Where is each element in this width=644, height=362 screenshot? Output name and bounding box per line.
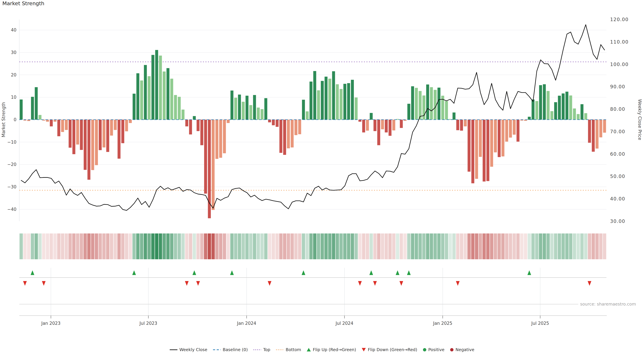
- negative-dot-icon: [450, 348, 454, 352]
- heatmap-cell: [196, 233, 200, 259]
- heatmap-cell: [490, 233, 494, 259]
- strength-bar: [336, 84, 339, 120]
- heatmap-cell: [396, 233, 399, 259]
- heatmap-cell: [298, 233, 301, 259]
- heatmap-cell: [336, 233, 339, 259]
- strength-bar: [362, 120, 365, 132]
- legend-item: Flip Up (Red→Green): [307, 347, 356, 352]
- heatmap-cell: [388, 233, 392, 259]
- left-tick-label: −30: [7, 184, 16, 189]
- strength-bar: [91, 120, 94, 170]
- strength-bar: [189, 120, 192, 134]
- heatmap-cell: [65, 233, 68, 259]
- heatmap-cell: [580, 233, 584, 259]
- strength-bar: [54, 120, 56, 122]
- heatmap-cell: [558, 233, 561, 259]
- heatmap-cell: [516, 233, 520, 259]
- strength-bar: [344, 84, 346, 120]
- legend-item: Weekly Close: [170, 347, 207, 352]
- strength-bar: [253, 95, 256, 120]
- strength-bar: [445, 101, 448, 120]
- heatmap-cell: [584, 233, 588, 259]
- strength-bar: [170, 79, 173, 120]
- x-tick-label: Jul 2023: [139, 321, 157, 326]
- heatmap-cell: [114, 233, 117, 259]
- heatmap-cell: [238, 233, 241, 259]
- strength-bar: [452, 112, 456, 120]
- left-tick-label: −40: [7, 207, 16, 212]
- heatmap-cell: [482, 233, 486, 259]
- strength-bar: [415, 88, 418, 120]
- strength-bar: [513, 120, 516, 135]
- heatmap-cell: [415, 233, 418, 259]
- flip-up-icon: [369, 270, 373, 275]
- heatmap-cell: [200, 233, 204, 259]
- heatmap-cell: [468, 233, 471, 259]
- strength-bar: [456, 120, 459, 130]
- strength-bar: [554, 102, 557, 120]
- strength-bar: [276, 120, 279, 127]
- legend-item-label: Flip Down (Green→Red): [368, 347, 417, 352]
- strength-bar: [31, 97, 34, 120]
- strength-bar: [178, 97, 181, 120]
- heatmap-cell: [290, 233, 294, 259]
- strength-bar: [88, 120, 90, 180]
- strength-bar: [46, 120, 49, 122]
- strength-bar: [298, 120, 301, 134]
- strength-bar: [264, 98, 267, 120]
- strength-bar: [268, 120, 271, 122]
- heatmap-cell: [509, 233, 512, 259]
- heatmap-cell: [501, 233, 505, 259]
- strength-bar: [355, 97, 358, 120]
- strength-bar: [61, 120, 64, 132]
- strength-bar: [438, 88, 440, 120]
- left-tick-label: −20: [7, 162, 16, 167]
- strength-bar: [460, 120, 463, 131]
- heatmap-cell: [445, 233, 448, 259]
- legend-item: Top: [254, 347, 270, 352]
- right-axis-title: Weekly Close Price: [637, 99, 642, 140]
- heatmap-cell: [283, 233, 286, 259]
- strength-bar: [472, 120, 474, 183]
- strength-bar: [426, 84, 429, 120]
- strength-bar: [374, 120, 376, 131]
- heatmap-cell: [403, 233, 407, 259]
- strength-bar: [366, 120, 369, 131]
- legend-item: Bottom: [276, 347, 301, 352]
- heatmap-cell: [309, 233, 312, 259]
- strength-bar: [475, 120, 478, 179]
- heatmap-cell: [20, 233, 23, 259]
- x-tick-label: Jul 2025: [531, 321, 549, 326]
- x-tick-label: Jan 2024: [237, 321, 256, 326]
- source-credit: source: sharemaestro.com: [580, 302, 636, 307]
- heatmap-cell: [118, 233, 121, 259]
- strength-bar: [532, 99, 535, 120]
- strength-bar: [486, 120, 489, 181]
- strength-bar: [509, 120, 512, 138]
- heatmap-cell: [27, 233, 30, 259]
- strength-bar: [490, 120, 493, 167]
- top-line-swatch: [254, 350, 261, 350]
- flip-up-icon: [31, 270, 34, 275]
- heatmap-cell: [68, 233, 72, 259]
- strength-bar: [505, 120, 508, 142]
- strength-bar: [562, 93, 565, 120]
- x-axis: Jan 2023Jul 2023Jan 2024Jul 2024Jan 2025…: [41, 316, 549, 326]
- strength-bar: [140, 80, 143, 120]
- heatmap-cell: [441, 233, 444, 259]
- strength-bar: [242, 102, 245, 120]
- strength-bar: [306, 111, 309, 120]
- strength-bar: [155, 50, 158, 120]
- left-tick-label: 30: [11, 50, 16, 55]
- positive-dot-icon: [423, 348, 426, 352]
- strength-bar: [573, 108, 576, 120]
- flip-up-icon: [230, 270, 234, 275]
- strength-bar: [163, 71, 166, 120]
- heatmap-cell: [426, 233, 429, 259]
- strength-bar: [20, 99, 23, 120]
- strength-bar: [50, 120, 53, 126]
- strength-bar: [332, 71, 335, 120]
- heatmap-cell: [181, 233, 185, 259]
- strength-bar: [528, 117, 531, 120]
- strength-bar: [558, 96, 561, 120]
